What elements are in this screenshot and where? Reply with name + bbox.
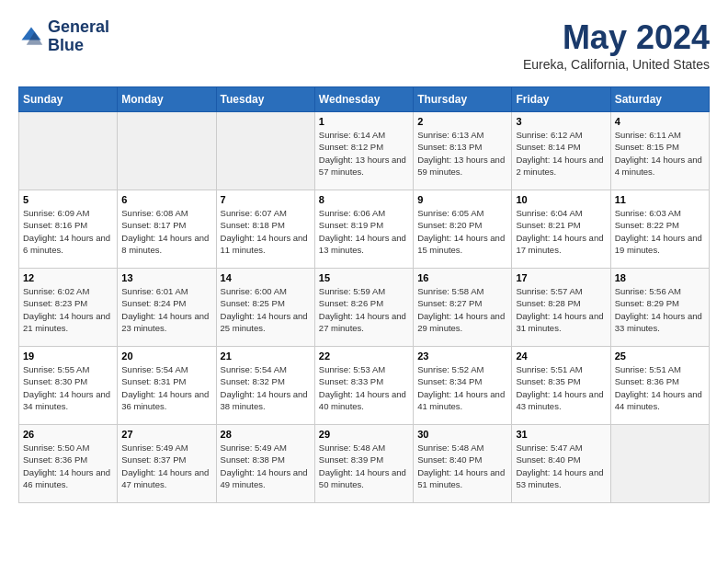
day-number: 22 [319, 350, 409, 362]
calendar-day: 15Sunrise: 5:59 AMSunset: 8:26 PMDayligh… [314, 269, 413, 347]
page-header: General Blue May 2024 Eureka, California… [18, 18, 710, 72]
calendar-day: 9Sunrise: 6:05 AMSunset: 8:20 PMDaylight… [414, 190, 512, 269]
day-info: Sunrise: 5:52 AMSunset: 8:34 PMDaylight:… [417, 363, 507, 412]
calendar-day: 16Sunrise: 5:58 AMSunset: 8:27 PMDayligh… [414, 269, 512, 347]
calendar-day: 31Sunrise: 5:47 AMSunset: 8:40 PMDayligh… [512, 425, 610, 503]
day-info: Sunrise: 6:08 AMSunset: 8:17 PMDaylight:… [121, 207, 211, 256]
day-number: 21 [221, 350, 311, 362]
day-number: 20 [121, 350, 211, 362]
weekday-header-thursday: Thursday [414, 87, 512, 112]
day-number: 7 [221, 194, 311, 205]
day-number: 24 [516, 350, 606, 362]
day-info: Sunrise: 5:48 AMSunset: 8:40 PMDaylight:… [417, 442, 507, 490]
month-title: May 2024 [523, 18, 710, 57]
day-number: 27 [121, 429, 211, 440]
weekday-header-monday: Monday [118, 87, 216, 112]
calendar-week-1: 1Sunrise: 6:14 AMSunset: 8:12 PMDaylight… [19, 112, 710, 190]
calendar-week-3: 12Sunrise: 6:02 AMSunset: 8:23 PMDayligh… [19, 269, 710, 347]
calendar-day: 3Sunrise: 6:12 AMSunset: 8:14 PMDaylight… [512, 112, 610, 190]
calendar-day: 8Sunrise: 6:06 AMSunset: 8:19 PMDaylight… [314, 190, 413, 269]
day-info: Sunrise: 5:58 AMSunset: 8:27 PMDaylight:… [417, 285, 507, 334]
day-info: Sunrise: 6:02 AMSunset: 8:23 PMDaylight:… [23, 285, 113, 334]
weekday-header-friday: Friday [512, 87, 610, 112]
day-number: 5 [23, 194, 113, 205]
calendar-week-4: 19Sunrise: 5:55 AMSunset: 8:30 PMDayligh… [19, 347, 710, 425]
weekday-header-tuesday: Tuesday [216, 87, 314, 112]
day-number: 16 [417, 272, 507, 283]
day-number: 13 [121, 272, 211, 283]
calendar-day: 29Sunrise: 5:48 AMSunset: 8:39 PMDayligh… [314, 425, 413, 503]
day-info: Sunrise: 5:59 AMSunset: 8:26 PMDaylight:… [319, 285, 409, 334]
calendar-day: 7Sunrise: 6:07 AMSunset: 8:18 PMDaylight… [216, 190, 314, 269]
day-number: 4 [615, 116, 705, 127]
day-info: Sunrise: 5:54 AMSunset: 8:31 PMDaylight:… [121, 363, 211, 412]
day-number: 17 [516, 272, 606, 283]
day-number: 8 [319, 194, 409, 205]
day-info: Sunrise: 5:53 AMSunset: 8:33 PMDaylight:… [319, 363, 409, 412]
day-number: 6 [121, 194, 211, 205]
day-number: 12 [23, 272, 113, 283]
calendar-day: 20Sunrise: 5:54 AMSunset: 8:31 PMDayligh… [118, 347, 216, 425]
calendar-day [610, 425, 709, 503]
calendar-day: 12Sunrise: 6:02 AMSunset: 8:23 PMDayligh… [19, 269, 118, 347]
calendar-day: 4Sunrise: 6:11 AMSunset: 8:15 PMDaylight… [610, 112, 709, 190]
logo: General Blue [18, 18, 109, 55]
day-info: Sunrise: 6:11 AMSunset: 8:15 PMDaylight:… [615, 129, 705, 178]
day-info: Sunrise: 6:06 AMSunset: 8:19 PMDaylight:… [319, 207, 409, 256]
calendar-day: 28Sunrise: 5:49 AMSunset: 8:38 PMDayligh… [216, 425, 314, 503]
calendar-day [19, 112, 118, 190]
day-info: Sunrise: 5:48 AMSunset: 8:39 PMDaylight:… [319, 442, 409, 490]
day-info: Sunrise: 5:49 AMSunset: 8:38 PMDaylight:… [221, 442, 311, 490]
logo-icon [18, 24, 44, 50]
day-info: Sunrise: 5:49 AMSunset: 8:37 PMDaylight:… [121, 442, 211, 490]
calendar-day: 2Sunrise: 6:13 AMSunset: 8:13 PMDaylight… [414, 112, 512, 190]
day-info: Sunrise: 6:09 AMSunset: 8:16 PMDaylight:… [23, 207, 113, 256]
day-info: Sunrise: 5:51 AMSunset: 8:35 PMDaylight:… [516, 363, 606, 412]
calendar-day: 22Sunrise: 5:53 AMSunset: 8:33 PMDayligh… [314, 347, 413, 425]
day-number: 29 [319, 429, 409, 440]
day-info: Sunrise: 5:57 AMSunset: 8:28 PMDaylight:… [516, 285, 606, 334]
day-info: Sunrise: 6:04 AMSunset: 8:21 PMDaylight:… [516, 207, 606, 256]
calendar-day: 23Sunrise: 5:52 AMSunset: 8:34 PMDayligh… [414, 347, 512, 425]
weekday-header-wednesday: Wednesday [314, 87, 413, 112]
day-number: 14 [221, 272, 311, 283]
day-number: 18 [615, 272, 705, 283]
calendar-day: 13Sunrise: 6:01 AMSunset: 8:24 PMDayligh… [118, 269, 216, 347]
calendar-day: 25Sunrise: 5:51 AMSunset: 8:36 PMDayligh… [610, 347, 709, 425]
day-info: Sunrise: 5:50 AMSunset: 8:36 PMDaylight:… [23, 442, 113, 490]
day-number: 26 [23, 429, 113, 440]
calendar-day: 14Sunrise: 6:00 AMSunset: 8:25 PMDayligh… [216, 269, 314, 347]
day-info: Sunrise: 5:47 AMSunset: 8:40 PMDaylight:… [516, 442, 606, 490]
calendar-day: 17Sunrise: 5:57 AMSunset: 8:28 PMDayligh… [512, 269, 610, 347]
day-number: 10 [516, 194, 606, 205]
weekday-header-sunday: Sunday [19, 87, 118, 112]
calendar-table: SundayMondayTuesdayWednesdayThursdayFrid… [18, 86, 710, 503]
day-info: Sunrise: 5:55 AMSunset: 8:30 PMDaylight:… [23, 363, 113, 412]
logo-text: General Blue [48, 18, 109, 55]
location: Eureka, California, United States [523, 57, 710, 72]
calendar-day: 10Sunrise: 6:04 AMSunset: 8:21 PMDayligh… [512, 190, 610, 269]
calendar-day: 19Sunrise: 5:55 AMSunset: 8:30 PMDayligh… [19, 347, 118, 425]
day-number: 23 [417, 350, 507, 362]
calendar-day: 26Sunrise: 5:50 AMSunset: 8:36 PMDayligh… [19, 425, 118, 503]
title-block: May 2024 Eureka, California, United Stat… [523, 18, 710, 72]
day-info: Sunrise: 6:14 AMSunset: 8:12 PMDaylight:… [319, 129, 409, 178]
calendar-day [118, 112, 216, 190]
day-number: 28 [221, 429, 311, 440]
day-info: Sunrise: 5:54 AMSunset: 8:32 PMDaylight:… [221, 363, 311, 412]
calendar-body: 1Sunrise: 6:14 AMSunset: 8:12 PMDaylight… [19, 112, 710, 503]
calendar-day: 6Sunrise: 6:08 AMSunset: 8:17 PMDaylight… [118, 190, 216, 269]
day-info: Sunrise: 6:00 AMSunset: 8:25 PMDaylight:… [221, 285, 311, 334]
day-number: 30 [417, 429, 507, 440]
day-info: Sunrise: 6:13 AMSunset: 8:13 PMDaylight:… [417, 129, 507, 178]
day-number: 15 [319, 272, 409, 283]
day-number: 3 [516, 116, 606, 127]
calendar-day: 30Sunrise: 5:48 AMSunset: 8:40 PMDayligh… [414, 425, 512, 503]
weekday-header-saturday: Saturday [610, 87, 709, 112]
calendar-week-2: 5Sunrise: 6:09 AMSunset: 8:16 PMDaylight… [19, 190, 710, 269]
day-info: Sunrise: 6:12 AMSunset: 8:14 PMDaylight:… [516, 129, 606, 178]
day-number: 1 [319, 116, 409, 127]
calendar-day: 27Sunrise: 5:49 AMSunset: 8:37 PMDayligh… [118, 425, 216, 503]
day-number: 11 [615, 194, 705, 205]
calendar-day [216, 112, 314, 190]
